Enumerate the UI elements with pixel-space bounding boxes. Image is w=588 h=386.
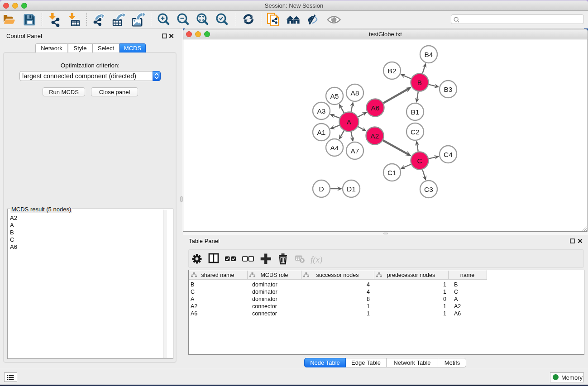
svg-text:C2: C2 — [411, 128, 420, 136]
svg-text:A4: A4 — [330, 144, 339, 152]
svg-text:A6: A6 — [371, 104, 380, 112]
svg-text:B: B — [417, 79, 422, 86]
svg-text:A2: A2 — [371, 132, 379, 140]
svg-text:C4: C4 — [444, 151, 453, 158]
svg-text:B2: B2 — [388, 67, 397, 75]
svg-text:D1: D1 — [347, 185, 356, 193]
svg-text:C: C — [417, 157, 422, 165]
svg-text:C1: C1 — [387, 169, 397, 176]
svg-text:A1: A1 — [317, 129, 326, 136]
svg-text:C3: C3 — [424, 186, 433, 193]
svg-text:A8: A8 — [351, 89, 359, 97]
svg-text:A: A — [347, 118, 352, 126]
svg-text:D: D — [319, 185, 324, 193]
svg-text:A7: A7 — [351, 147, 359, 155]
svg-text:B4: B4 — [425, 51, 433, 58]
svg-text:B3: B3 — [444, 86, 453, 93]
svg-text:A3: A3 — [317, 107, 326, 115]
svg-text:A5: A5 — [330, 92, 339, 100]
svg-text:B1: B1 — [411, 108, 420, 116]
